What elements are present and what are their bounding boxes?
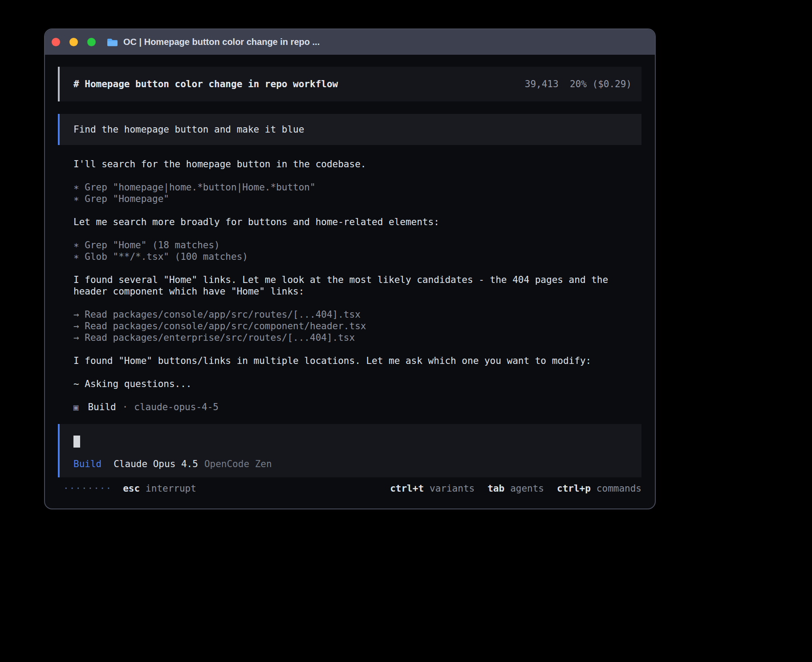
tool-call-grep: ∗ Grep "Homepage"	[73, 193, 634, 205]
titlebar[interactable]: OC | Homepage button color change in rep…	[45, 29, 655, 55]
tool-call-read: → Read packages/console/app/src/componen…	[73, 320, 634, 332]
assistant-text: I found several "Home" links. Let me loo…	[73, 274, 634, 297]
close-button[interactable]	[52, 38, 60, 46]
minimize-button[interactable]	[69, 38, 78, 46]
agent-task-row: ▣ Build · claude-opus-4-5	[73, 401, 634, 413]
tool-call-read: → Read packages/enterprise/src/routes/[.…	[73, 332, 634, 343]
session-stats: 39,413 20% ($0.29)	[525, 79, 632, 89]
tool-call-glob: ∗ Glob "**/*.tsx" (100 matches)	[73, 251, 634, 262]
tool-call-group: ∗ Grep "homepage|home.*button|Home.*butt…	[73, 182, 634, 205]
tool-call-grep: ∗ Grep "Home" (18 matches)	[73, 239, 634, 251]
status-bar: ········ esc interrupt ctrl+t variants t…	[63, 483, 641, 494]
agent-name: Build	[88, 401, 116, 413]
agent-mode-label[interactable]: Build	[73, 459, 102, 469]
session-title: # Homepage button color change in repo w…	[73, 79, 338, 89]
conversation-flow: I'll search for the homepage button in t…	[73, 158, 634, 413]
agent-task-icon: ▣	[73, 401, 78, 413]
prompt-input[interactable]: Build Claude Opus 4.5 OpenCode Zen	[58, 424, 641, 477]
status-bar-left: ········ esc interrupt	[63, 483, 196, 494]
user-message: Find the homepage button and make it blu…	[58, 114, 641, 145]
tool-call-grep: ∗ Grep "homepage|home.*button|Home.*butt…	[73, 182, 634, 193]
shortcut-key-agents: tab	[487, 483, 504, 494]
agent-separator: ·	[122, 401, 128, 413]
shortcut-label-variants: variants	[430, 483, 475, 494]
assistant-paragraph: I found "Home" buttons/links in multiple…	[73, 355, 634, 367]
assistant-text: I found "Home" buttons/links in multiple…	[73, 355, 634, 367]
agent-model: claude-opus-4-5	[134, 401, 219, 413]
folder-icon	[106, 37, 118, 47]
window-title: OC | Homepage button color change in rep…	[123, 37, 320, 47]
traffic-lights	[52, 38, 96, 46]
shortcut-key-commands: ctrl+p	[557, 483, 591, 494]
asking-questions-status: ~ Asking questions...	[73, 378, 634, 390]
shortcut-key-variants: ctrl+t	[390, 483, 424, 494]
window-title-group: OC | Homepage button color change in rep…	[106, 37, 320, 47]
assistant-paragraph: I'll search for the homepage button in t…	[73, 158, 634, 170]
user-message-text: Find the homepage button and make it blu…	[73, 124, 304, 135]
shortcut-label-commands: commands	[597, 483, 641, 494]
provider-label: OpenCode Zen	[204, 459, 272, 469]
assistant-text: I'll search for the homepage button in t…	[73, 158, 634, 170]
terminal-content: # Homepage button color change in repo w…	[45, 67, 655, 509]
spinner-dots: ········	[63, 483, 112, 494]
status-bar-right: ctrl+t variants tab agents ctrl+p comman…	[390, 483, 641, 494]
shortcut-label-agents: agents	[510, 483, 544, 494]
tool-call-group: → Read packages/console/app/src/routes/[…	[73, 309, 634, 343]
assistant-text: Let me search more broadly for buttons a…	[73, 216, 634, 228]
esc-action-label: interrupt	[146, 483, 196, 494]
model-label: Claude Opus 4.5	[114, 459, 198, 469]
status-line: ~ Asking questions...	[73, 378, 634, 390]
terminal-window: OC | Homepage button color change in rep…	[44, 28, 656, 509]
zoom-button[interactable]	[87, 38, 96, 46]
text-cursor	[73, 436, 80, 448]
tool-call-read: → Read packages/console/app/src/routes/[…	[73, 309, 634, 320]
assistant-paragraph: I found several "Home" links. Let me loo…	[73, 274, 634, 297]
esc-key-hint: esc	[123, 483, 140, 494]
assistant-paragraph: Let me search more broadly for buttons a…	[73, 216, 634, 228]
tool-call-group: ∗ Grep "Home" (18 matches) ∗ Glob "**/*.…	[73, 239, 634, 262]
session-header: # Homepage button color change in repo w…	[58, 67, 641, 101]
input-status-row: Build Claude Opus 4.5 OpenCode Zen	[73, 459, 641, 469]
